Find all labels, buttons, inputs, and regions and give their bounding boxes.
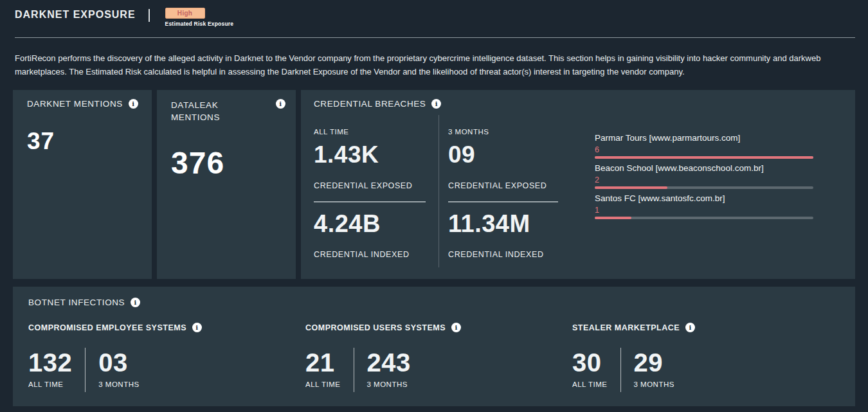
all-time-exposed-value: 1.43K [314, 141, 426, 168]
stat-value: 29 [634, 350, 674, 375]
dataleak-mentions-card: DATALEAK MENTIONS i 376 [157, 90, 296, 279]
bar-category-label: Beacon School [www.beaconschool.com.br] [595, 163, 813, 174]
info-icon[interactable]: i [685, 323, 695, 332]
compromised-users-systems-title: COMPROMISED USERS SYSTEMS i [305, 323, 572, 332]
section-label: STEALER MARKETPLACE [572, 323, 680, 332]
credential-indexed-label: CREDENTIAL INDEXED [448, 250, 558, 259]
stat-value: 30 [572, 350, 608, 375]
bar-track [595, 186, 813, 189]
all-time-stat: 132 ALL TIME [28, 350, 72, 388]
darknet-mentions-title: DARKNET MENTIONS i [27, 99, 141, 109]
risk-level-badge: High [165, 8, 205, 19]
stat-label: ALL TIME [305, 381, 341, 388]
credential-exposed-label: CREDENTIAL EXPOSED [448, 181, 558, 190]
darknet-mentions-value: 37 [27, 128, 141, 155]
credential-breaches-body: ALL TIME 1.43K CREDENTIAL EXPOSED 4.24B … [301, 111, 855, 271]
all-time-stat: 30 ALL TIME [572, 350, 608, 388]
risk-badge-caption: Estimated Risk Exposure [165, 21, 234, 27]
section-description: FortiRecon performs the discovery of the… [15, 51, 853, 78]
column-rule [314, 201, 426, 202]
stat-pair: 21 ALL TIME 243 3 MONTHS [305, 350, 572, 388]
bar-row: Santos FC [www.santosfc.com.br] 1 [595, 193, 813, 219]
botnet-infections-title: BOTNET INFECTIONS i [28, 298, 840, 307]
credential-exposed-label: CREDENTIAL EXPOSED [314, 181, 426, 190]
stat-value: 132 [28, 350, 72, 375]
bar-track [595, 217, 813, 219]
dataleak-mentions-value: 376 [171, 145, 285, 181]
stealer-marketplace-section: STEALER MARKETPLACE i 30 ALL TIME 29 3 M… [572, 323, 840, 388]
botnet-infections-card: BOTNET INFECTIONS i COMPROMISED EMPLOYEE… [13, 287, 855, 406]
three-months-stat: 29 3 MONTHS [634, 350, 674, 388]
bar-fill [595, 156, 813, 159]
info-icon[interactable]: i [192, 323, 202, 332]
column-rule [448, 201, 558, 202]
three-months-exposed-value: 09 [448, 141, 558, 168]
stat-value: 03 [98, 350, 139, 375]
breach-sources-bar-chart: Parmar Tours [www.parmartours.com] 6 Bea… [595, 111, 813, 271]
info-icon[interactable]: i [131, 298, 140, 307]
info-icon[interactable]: i [451, 323, 461, 332]
bar-category-label: Parmar Tours [www.parmartours.com] [595, 133, 813, 143]
stat-divider [620, 348, 621, 392]
credential-breaches-card: CREDENTIAL BREACHES i ALL TIME 1.43K CRE… [301, 90, 855, 279]
compromised-employee-systems-section: COMPROMISED EMPLOYEE SYSTEMS i 132 ALL T… [28, 323, 305, 388]
bar-value-label: 1 [595, 206, 813, 215]
page-title: DARKNET EXPOSURE [15, 8, 136, 21]
bar-track [595, 156, 813, 159]
dataleak-mentions-title: DATALEAK MENTIONS i [171, 99, 285, 123]
all-time-label: ALL TIME [314, 128, 426, 136]
info-icon[interactable]: i [431, 99, 441, 109]
darknet-mentions-label: DARKNET MENTIONS [27, 99, 123, 109]
credential-breaches-label: CREDENTIAL BREACHES [314, 99, 426, 109]
stat-label: 3 MONTHS [634, 381, 674, 388]
title-separator [149, 9, 150, 22]
credential-breaches-title: CREDENTIAL BREACHES i [301, 99, 855, 109]
bar-fill [595, 186, 667, 189]
compromised-employee-systems-title: COMPROMISED EMPLOYEE SYSTEMS i [28, 323, 305, 332]
credential-3-months-column: 3 MONTHS 09 CREDENTIAL EXPOSED 11.34M CR… [439, 111, 568, 271]
botnet-infections-label: BOTNET INFECTIONS [28, 298, 125, 307]
section-label: COMPROMISED EMPLOYEE SYSTEMS [28, 323, 186, 332]
info-icon[interactable]: i [276, 99, 285, 109]
risk-badge-group: High Estimated Risk Exposure [165, 8, 234, 27]
bar-row: Parmar Tours [www.parmartours.com] 6 [595, 133, 813, 159]
credential-all-time-column: ALL TIME 1.43K CREDENTIAL EXPOSED 4.24B … [301, 111, 439, 271]
stat-label: 3 MONTHS [98, 381, 139, 388]
credential-indexed-label: CREDENTIAL INDEXED [314, 250, 426, 259]
section-label: COMPROMISED USERS SYSTEMS [305, 323, 446, 332]
stat-pair: 132 ALL TIME 03 3 MONTHS [28, 350, 305, 388]
three-months-stat: 03 3 MONTHS [98, 350, 139, 388]
all-time-stat: 21 ALL TIME [305, 350, 341, 388]
header-divider [15, 37, 855, 38]
all-time-indexed-value: 4.24B [314, 210, 426, 238]
bar-category-label: Santos FC [www.santosfc.com.br] [595, 193, 813, 204]
page-header: DARKNET EXPOSURE High Estimated Risk Exp… [0, 0, 868, 27]
dataleak-mentions-label: DATALEAK MENTIONS [171, 99, 248, 123]
stat-value: 21 [305, 350, 341, 375]
bar-fill [595, 217, 631, 219]
botnet-columns: COMPROMISED EMPLOYEE SYSTEMS i 132 ALL T… [28, 323, 840, 388]
metrics-cards-row: DARKNET MENTIONS i 37 DATALEAK MENTIONS … [13, 90, 855, 279]
bar-row: Beacon School [www.beaconschool.com.br] … [595, 163, 813, 189]
stealer-marketplace-title: STEALER MARKETPLACE i [572, 323, 840, 332]
compromised-users-systems-section: COMPROMISED USERS SYSTEMS i 21 ALL TIME … [305, 323, 572, 388]
info-icon[interactable]: i [129, 99, 138, 109]
stat-label: 3 MONTHS [367, 381, 411, 388]
bar-value-label: 6 [595, 145, 813, 154]
bar-value-label: 2 [595, 175, 813, 184]
darknet-mentions-card: DARKNET MENTIONS i 37 [13, 90, 152, 279]
stat-label: ALL TIME [572, 381, 608, 388]
stat-pair: 30 ALL TIME 29 3 MONTHS [572, 350, 840, 388]
stat-divider [354, 348, 354, 392]
stat-value: 243 [367, 350, 411, 375]
three-months-indexed-value: 11.34M [448, 210, 558, 238]
stat-divider [85, 348, 86, 392]
three-months-label: 3 MONTHS [448, 128, 558, 136]
stat-label: ALL TIME [28, 381, 72, 388]
three-months-stat: 243 3 MONTHS [367, 350, 411, 388]
darknet-exposure-dashboard: DARKNET EXPOSURE High Estimated Risk Exp… [0, 0, 868, 412]
